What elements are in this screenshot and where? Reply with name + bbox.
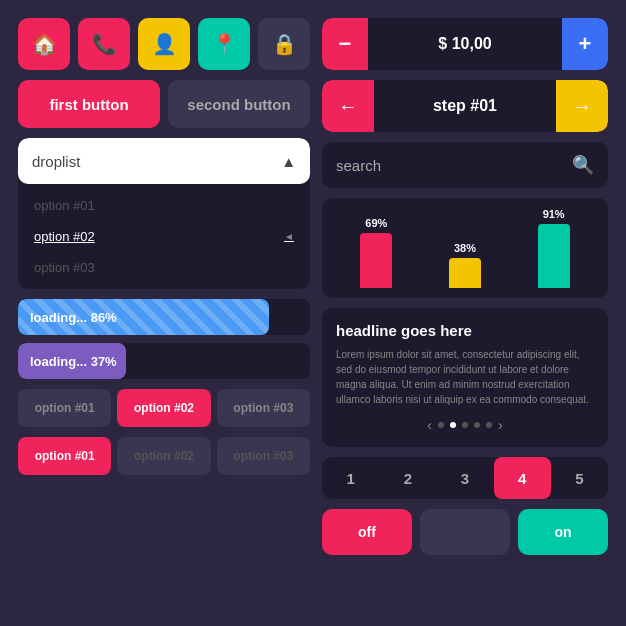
page-btn-5[interactable]: 5 bbox=[551, 457, 608, 499]
dropdown-arrow-icon: ▲ bbox=[281, 153, 296, 170]
action-buttons-row: first button second button bbox=[18, 80, 310, 128]
step-back-button[interactable]: ← bbox=[322, 80, 374, 132]
progress-label-purple: loading... 37% bbox=[30, 354, 117, 369]
opt2-btn1[interactable]: option #01 bbox=[18, 437, 111, 475]
dot-5[interactable] bbox=[486, 422, 492, 428]
page-btn-3[interactable]: 3 bbox=[436, 457, 493, 499]
opt2-btn3[interactable]: option #03 bbox=[217, 437, 310, 475]
opt1-btn2[interactable]: option #02 bbox=[117, 389, 210, 427]
card-body: Lorem ipsum dolor sit amet, consectetur … bbox=[336, 347, 594, 407]
counter-widget: − $ 10,00 + bbox=[322, 18, 608, 70]
icon-buttons-row: 🏠 📞 👤 📍 🔒 bbox=[18, 18, 310, 70]
user-button[interactable]: 👤 bbox=[138, 18, 190, 70]
step-row: ← step #01 → bbox=[322, 80, 608, 132]
toggle-row: off on bbox=[322, 509, 608, 555]
card-title: headline goes here bbox=[336, 322, 594, 339]
counter-plus-button[interactable]: + bbox=[562, 18, 608, 70]
dot-1[interactable] bbox=[438, 422, 444, 428]
search-bar: 🔍 bbox=[322, 142, 608, 188]
carousel-prev-icon[interactable]: ‹ bbox=[427, 417, 432, 433]
chart-label-3: 91% bbox=[543, 208, 565, 220]
dot-4[interactable] bbox=[474, 422, 480, 428]
opt1-btn1[interactable]: option #01 bbox=[18, 389, 111, 427]
dropdown-option-2[interactable]: option #02 bbox=[18, 221, 310, 252]
counter-row: − $ 10,00 + bbox=[322, 18, 608, 70]
chart-label-1: 69% bbox=[365, 217, 387, 229]
step-label: step #01 bbox=[374, 97, 556, 115]
opt2-btn2[interactable]: option #02 bbox=[117, 437, 210, 475]
carousel-dots: ‹ › bbox=[336, 417, 594, 433]
options-row-2: option #01 option #02 option #03 bbox=[18, 437, 310, 475]
dropdown-option-1[interactable]: option #01 bbox=[18, 190, 310, 221]
dropdown-container: droplist ▲ option #01 option #02 option … bbox=[18, 138, 310, 289]
progress-bar-purple: loading... 37% bbox=[18, 343, 310, 379]
search-icon[interactable]: 🔍 bbox=[572, 154, 594, 176]
carousel-next-icon[interactable]: › bbox=[498, 417, 503, 433]
dot-2[interactable] bbox=[450, 422, 456, 428]
bar-yellow bbox=[449, 258, 481, 288]
bar-pink bbox=[360, 233, 392, 288]
toggle-on-button[interactable]: on bbox=[518, 509, 608, 555]
progress-section: loading... 86% loading... 37% bbox=[18, 299, 310, 379]
phone-button[interactable]: 📞 bbox=[78, 18, 130, 70]
step-next-button[interactable]: → bbox=[556, 80, 608, 132]
toggle-off-button[interactable]: off bbox=[322, 509, 412, 555]
search-input[interactable] bbox=[336, 157, 564, 174]
progress-fill-blue: loading... 86% bbox=[18, 299, 269, 335]
page-btn-1[interactable]: 1 bbox=[322, 457, 379, 499]
page-btn-4[interactable]: 4 bbox=[494, 457, 551, 499]
second-button[interactable]: second button bbox=[168, 80, 310, 128]
lock-button[interactable]: 🔒 bbox=[258, 18, 310, 70]
toggle-mid-button[interactable] bbox=[420, 509, 510, 555]
progress-fill-purple: loading... 37% bbox=[18, 343, 126, 379]
dot-3[interactable] bbox=[462, 422, 468, 428]
dropdown-option-3[interactable]: option #03 bbox=[18, 252, 310, 283]
dropdown-label: droplist bbox=[32, 153, 80, 170]
page-btn-2[interactable]: 2 bbox=[379, 457, 436, 499]
opt1-btn3[interactable]: option #03 bbox=[217, 389, 310, 427]
dropdown-options: option #01 option #02 option #03 bbox=[18, 184, 310, 289]
location-button[interactable]: 📍 bbox=[198, 18, 250, 70]
progress-bar-blue: loading... 86% bbox=[18, 299, 310, 335]
progress-label-blue: loading... 86% bbox=[30, 310, 117, 325]
bar-teal bbox=[538, 224, 570, 288]
options-row-1: option #01 option #02 option #03 bbox=[18, 389, 310, 427]
pagination-row: 1 2 3 4 5 bbox=[322, 457, 608, 499]
chart-bar-2: 38% bbox=[449, 208, 481, 288]
first-button[interactable]: first button bbox=[18, 80, 160, 128]
dropdown-header[interactable]: droplist ▲ bbox=[18, 138, 310, 184]
home-button[interactable]: 🏠 bbox=[18, 18, 70, 70]
bar-chart: 69% 38% 91% bbox=[322, 198, 608, 298]
counter-value: $ 10,00 bbox=[368, 35, 562, 53]
text-card: headline goes here Lorem ipsum dolor sit… bbox=[322, 308, 608, 447]
chart-bar-3: 91% bbox=[538, 208, 570, 288]
chart-label-2: 38% bbox=[454, 242, 476, 254]
counter-minus-button[interactable]: − bbox=[322, 18, 368, 70]
chart-bar-1: 69% bbox=[360, 208, 392, 288]
